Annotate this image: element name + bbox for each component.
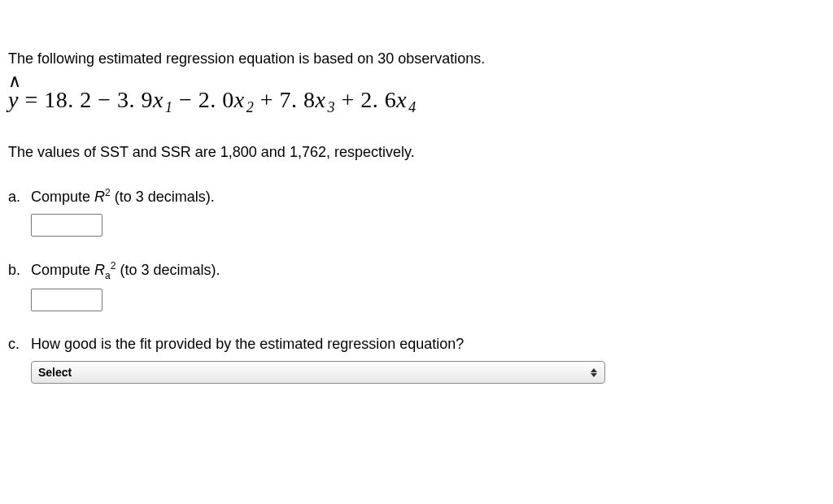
coef-x1: 3. 9 — [117, 87, 153, 112]
y-hat-symbol: ∧ y — [8, 84, 19, 115]
op-plus-1: + — [260, 87, 280, 112]
qa-exponent: 2 — [105, 187, 111, 198]
fit-select[interactable]: Select — [31, 361, 605, 384]
sub-4: 4 — [408, 99, 416, 115]
stepper-arrows-icon — [588, 365, 600, 380]
x1-symbol: x — [153, 87, 164, 112]
qb-sub-a: a — [105, 269, 111, 280]
qb-pre: Compute — [31, 262, 94, 278]
x2-symbol: x — [234, 87, 245, 112]
qa-text: Compute R2 (to 3 decimals). — [31, 186, 215, 207]
r2-input[interactable] — [31, 214, 102, 237]
qb-r-symbol: R — [94, 262, 105, 278]
op-minus-1: − — [98, 87, 117, 112]
hat-caret-icon: ∧ — [8, 69, 22, 94]
equals-sign: = — [24, 87, 44, 112]
op-minus-2: − — [179, 87, 198, 112]
regression-equation: ∧ y = 18. 2 − 3. 9x1 − 2. 0x2 + 7. 8x3 +… — [8, 84, 825, 118]
qa-letter: a. — [8, 187, 31, 207]
ra2-input[interactable] — [31, 289, 102, 311]
coef-x2: 2. 0 — [198, 87, 234, 112]
qc-letter: c. — [8, 334, 31, 354]
qb-letter: b. — [8, 260, 31, 280]
intro-text: The following estimated regression equat… — [8, 49, 825, 69]
sub-2: 2 — [246, 99, 255, 115]
sub-3: 3 — [327, 99, 335, 115]
x4-symbol: x — [396, 87, 407, 112]
question-b-row: b. Compute Ra2 (to 3 decimals). — [8, 259, 825, 282]
question-a-row: a. Compute R2 (to 3 decimals). — [8, 186, 825, 207]
qb-post: (to 3 decimals). — [116, 262, 220, 278]
select-placeholder-text: Select — [38, 365, 72, 381]
qa-r-symbol: R — [94, 189, 105, 205]
coef-intercept: 18. 2 — [44, 87, 92, 112]
qa-post: (to 3 decimals). — [111, 189, 215, 205]
question-c-row: c. How good is the fit provided by the e… — [8, 334, 825, 354]
x3-symbol: x — [316, 87, 326, 112]
sub-1: 1 — [165, 99, 173, 115]
coef-x4: 2. 6 — [360, 87, 396, 112]
qc-text: How good is the fit provided by the esti… — [31, 334, 464, 354]
sst-ssr-text: The values of SST and SSR are 1,800 and … — [8, 142, 825, 163]
qb-text: Compute Ra2 (to 3 decimals). — [31, 259, 220, 282]
coef-x3: 7. 8 — [280, 87, 316, 112]
op-plus-2: + — [341, 87, 360, 112]
qa-pre: Compute — [31, 189, 94, 205]
